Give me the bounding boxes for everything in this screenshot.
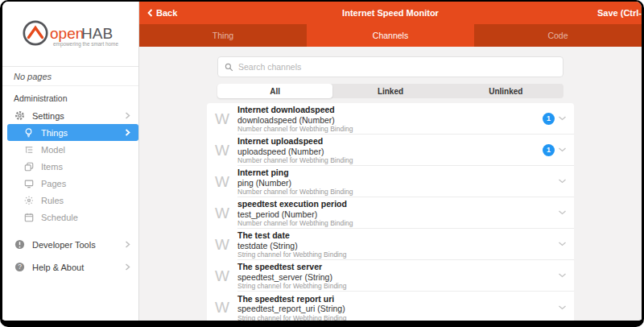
chevron-right-icon [125,129,130,136]
filter-unlinked[interactable]: Unlinked [448,84,564,98]
webthing-channel-icon: W [207,166,237,197]
pages-monitor-icon [23,179,35,188]
chevron-down-icon[interactable] [558,304,567,311]
administration-section-label: Administration [14,93,138,103]
chevron-down-icon[interactable] [558,178,567,184]
channel-row-speedtest-report-uri[interactable]: W The speedtest report uri speedtest_rep… [207,292,574,321]
channel-row-downloadspeed[interactable]: W Internet downloadspeed downloadspeed (… [207,103,574,135]
channel-title: The speedtest report uri [237,294,558,304]
webthing-channel-icon: W [207,260,237,292]
sidebar-item-label: Rules [41,196,64,205]
channel-title: Internet uploadspeed [237,136,543,147]
svg-text:HAB: HAB [81,25,113,42]
channel-title: Internet ping [237,168,558,178]
openhab-logo: open HAB empowering the smart home [2,2,138,66]
webthing-channel-icon: W [207,292,237,321]
channel-row-uploadspeed[interactable]: W Internet uploadspeed uploadspeed (Numb… [207,135,574,166]
channels-panel: All Linked Unlinked W Internet downloads… [139,47,642,321]
channel-list: W Internet downloadspeed downloadspeed (… [207,103,574,321]
channel-description: Number channel for Webthing Binding [237,125,543,134]
chevron-down-icon[interactable] [558,272,567,279]
chevron-left-icon [147,9,153,17]
sidebar-item-schedule[interactable]: Schedule [2,209,138,226]
sidebar-item-things[interactable]: Things [7,124,138,141]
sidebar: open HAB empowering the smart home No pa… [2,2,139,321]
app-window: open HAB empowering the smart home No pa… [0,0,644,327]
schedule-calendar-icon [23,213,35,222]
channel-id: test_period (Number) [237,209,558,220]
filter-segmented-control: All Linked Unlinked [217,84,564,98]
search-input[interactable] [238,62,556,72]
help-icon: ? [14,262,26,272]
tab-thing[interactable]: Thing [139,24,307,47]
lightbulb-icon [23,127,35,139]
channel-description: Number channel for Webthing Binding [237,219,558,228]
back-button[interactable]: Back [147,8,177,18]
channel-id: ping (Number) [237,178,558,188]
sidebar-item-rules[interactable]: Rules [2,192,138,209]
channel-description: String channel for Webthing Binding [237,314,558,321]
chevron-down-icon[interactable] [558,241,567,247]
webthing-channel-icon: W [207,197,237,229]
tab-bar: Thing Channels Code [139,24,642,47]
sidebar-item-label: Developer Tools [32,240,96,250]
sidebar-item-label: Model [41,145,65,155]
channel-row-test-period[interactable]: W speedtest execution period test_period… [207,197,574,229]
channel-description: String channel for Webthing Binding [237,250,558,259]
channel-id: speedtest_server (String) [237,272,558,283]
channel-id: testdate (String) [237,241,558,251]
channel-title: The speedtest server [237,262,558,272]
items-copy-icon [23,162,35,172]
chevron-down-icon[interactable] [558,147,567,153]
sidebar-item-pages[interactable]: Pages [2,175,138,192]
linked-items-badge: 1 [543,113,555,125]
webthing-channel-icon: W [207,229,237,260]
developer-tools-icon [14,239,26,250]
rules-sparkle-icon [23,196,35,205]
back-label: Back [156,8,177,18]
sidebar-item-items[interactable]: Items [2,158,138,175]
model-tree-icon [23,145,35,155]
svg-text:empowering the smart home: empowering the smart home [53,41,118,48]
chevron-down-icon[interactable] [558,209,567,216]
openhab-logo-icon: open HAB empowering the smart home [19,16,122,52]
page-title: Internet Speed Monitor [342,8,439,18]
channel-description: Number channel for Webthing Binding [237,156,543,165]
sidebar-item-label: Things [41,128,68,138]
chevron-right-icon [125,241,130,248]
no-pages-label: No pages [2,66,138,86]
webthing-channel-icon: W [207,103,237,135]
svg-text:open: open [50,25,84,42]
navbar: Back Internet Speed Monitor Save (Ctrl- [139,2,642,24]
main-area: Back Internet Speed Monitor Save (Ctrl- … [139,2,642,321]
channel-row-speedtest-server[interactable]: W The speedtest server speedtest_server … [207,260,574,292]
chevron-right-icon [125,263,130,271]
webthing-channel-icon: W [207,135,237,166]
sidebar-item-model[interactable]: Model [2,141,138,158]
chevron-down-icon[interactable] [558,115,567,122]
channel-title: The test date [237,230,558,241]
channel-id: uploadspeed (Number) [237,147,543,157]
sidebar-item-label: Settings [32,111,64,121]
tab-channels[interactable]: Channels [307,24,474,47]
search-bar[interactable] [217,56,564,77]
svg-text:?: ? [18,263,22,271]
channel-row-testdate[interactable]: W The test date testdate (String) String… [207,229,574,260]
filter-all[interactable]: All [217,84,332,98]
filter-linked[interactable]: Linked [332,84,448,98]
linked-items-badge: 1 [543,144,555,156]
sidebar-item-label: Schedule [41,213,78,222]
channel-row-ping[interactable]: W Internet ping ping (Number) Number cha… [207,166,574,197]
sidebar-item-developer-tools[interactable]: Developer Tools [2,236,138,253]
sidebar-item-help-about[interactable]: ? Help & About [2,259,138,275]
channel-id: downloadspeed (Number) [237,115,543,126]
sidebar-item-settings[interactable]: Settings [2,107,138,124]
sidebar-item-label: Pages [41,179,66,188]
channel-title: speedtest execution period [237,199,558,209]
tab-code[interactable]: Code [474,24,642,47]
search-icon [225,63,233,72]
channel-description: Number channel for Webthing Binding [237,188,558,197]
save-button[interactable]: Save (Ctrl- [597,8,642,18]
channel-id: speedtest_report_uri (String) [237,304,558,314]
sidebar-item-label: Items [41,162,63,172]
